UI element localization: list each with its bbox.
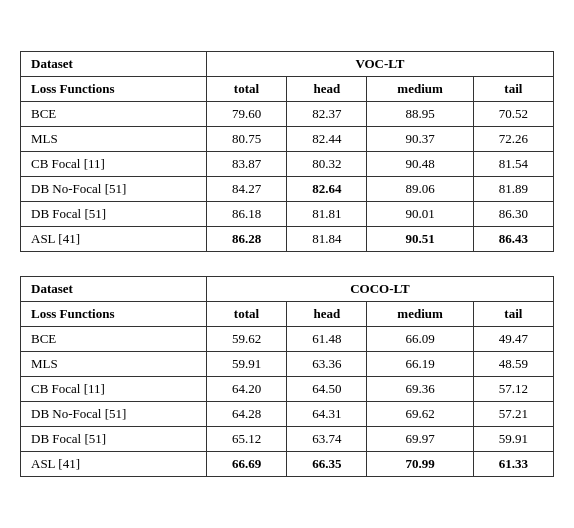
cell-tail: 57.12 [473,377,553,402]
cell-medium: 88.95 [367,102,473,127]
subheader-1: total [206,77,286,102]
table-row: DB No-Focal [51]64.2864.3169.6257.21 [21,402,554,427]
subheader-3: medium [367,77,473,102]
subheader-0: Loss Functions [21,77,207,102]
cell-medium: 90.51 [367,227,473,252]
subheader-4: tail [473,77,553,102]
cell-tail: 86.30 [473,202,553,227]
cell-head: 64.31 [287,402,367,427]
cell-medium: 90.48 [367,152,473,177]
cell-head: 61.48 [287,327,367,352]
cell-medium: 70.99 [367,452,473,477]
row-name: CB Focal [11] [21,377,207,402]
table-coco-lt: DatasetCOCO-LTLoss Functionstotalheadmed… [20,276,554,477]
cell-head: 64.50 [287,377,367,402]
cell-head: 82.37 [287,102,367,127]
cell-head: 82.64 [287,177,367,202]
cell-tail: 49.47 [473,327,553,352]
row-name: DB No-Focal [51] [21,402,207,427]
cell-medium: 90.01 [367,202,473,227]
cell-medium: 69.62 [367,402,473,427]
cell-head: 81.81 [287,202,367,227]
cell-total: 86.18 [206,202,286,227]
subheader-2: head [287,302,367,327]
table-row: MLS80.7582.4490.3772.26 [21,127,554,152]
cell-head: 80.32 [287,152,367,177]
table-row: DB No-Focal [51]84.2782.6489.0681.89 [21,177,554,202]
cell-medium: 66.19 [367,352,473,377]
row-name: BCE [21,102,207,127]
cell-head: 63.36 [287,352,367,377]
subheader-2: head [287,77,367,102]
dataset-header: Dataset [21,277,207,302]
subheader-0: Loss Functions [21,302,207,327]
row-name: DB Focal [51] [21,202,207,227]
cell-tail: 81.54 [473,152,553,177]
table-voc-lt: DatasetVOC-LTLoss Functionstotalheadmedi… [20,51,554,252]
cell-head: 81.84 [287,227,367,252]
table-row: CB Focal [11]83.8780.3290.4881.54 [21,152,554,177]
cell-total: 65.12 [206,427,286,452]
cell-tail: 61.33 [473,452,553,477]
cell-medium: 66.09 [367,327,473,352]
cell-total: 59.91 [206,352,286,377]
row-name: MLS [21,127,207,152]
cell-total: 64.20 [206,377,286,402]
cell-tail: 59.91 [473,427,553,452]
cell-total: 84.27 [206,177,286,202]
table-row: DB Focal [51]86.1881.8190.0186.30 [21,202,554,227]
cell-medium: 90.37 [367,127,473,152]
table-row: MLS59.9163.3666.1948.59 [21,352,554,377]
cell-total: 80.75 [206,127,286,152]
cell-head: 63.74 [287,427,367,452]
cell-total: 83.87 [206,152,286,177]
cell-head: 66.35 [287,452,367,477]
cell-tail: 86.43 [473,227,553,252]
subheader-1: total [206,302,286,327]
table-row: ASL [41]86.2881.8490.5186.43 [21,227,554,252]
row-name: DB No-Focal [51] [21,177,207,202]
cell-total: 86.28 [206,227,286,252]
cell-tail: 48.59 [473,352,553,377]
cell-tail: 70.52 [473,102,553,127]
cell-total: 79.60 [206,102,286,127]
span-header: VOC-LT [206,52,553,77]
dataset-header: Dataset [21,52,207,77]
row-name: MLS [21,352,207,377]
cell-tail: 72.26 [473,127,553,152]
tables-container: DatasetVOC-LTLoss Functionstotalheadmedi… [20,51,554,477]
subheader-3: medium [367,302,473,327]
cell-tail: 57.21 [473,402,553,427]
table-row: ASL [41]66.6966.3570.9961.33 [21,452,554,477]
row-name: BCE [21,327,207,352]
cell-total: 64.28 [206,402,286,427]
table-row: BCE79.6082.3788.9570.52 [21,102,554,127]
table-row: BCE59.6261.4866.0949.47 [21,327,554,352]
row-name: ASL [41] [21,227,207,252]
cell-total: 59.62 [206,327,286,352]
cell-medium: 69.97 [367,427,473,452]
cell-total: 66.69 [206,452,286,477]
row-name: ASL [41] [21,452,207,477]
table-row: DB Focal [51]65.1263.7469.9759.91 [21,427,554,452]
row-name: CB Focal [11] [21,152,207,177]
cell-tail: 81.89 [473,177,553,202]
cell-medium: 69.36 [367,377,473,402]
span-header: COCO-LT [206,277,553,302]
table-row: CB Focal [11]64.2064.5069.3657.12 [21,377,554,402]
cell-medium: 89.06 [367,177,473,202]
cell-head: 82.44 [287,127,367,152]
row-name: DB Focal [51] [21,427,207,452]
subheader-4: tail [473,302,553,327]
